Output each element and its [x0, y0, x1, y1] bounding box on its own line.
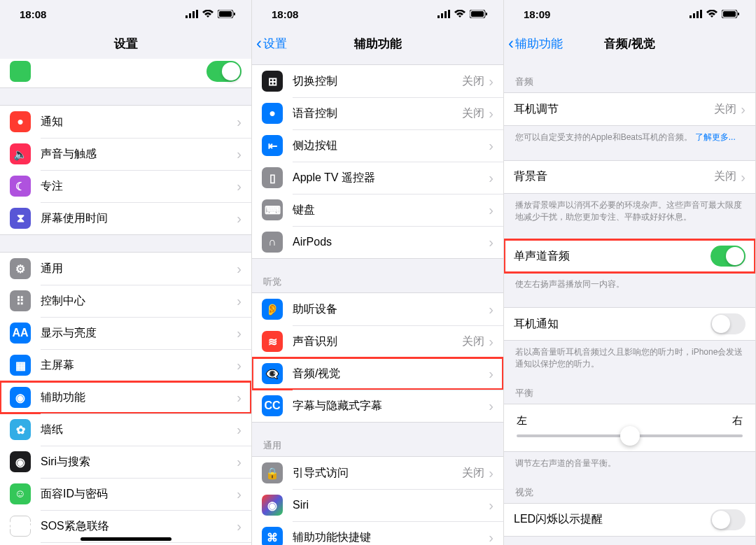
- toggle-mono-audio[interactable]: [710, 246, 746, 267]
- settings-row[interactable]: CC字幕与隐藏式字幕›: [252, 390, 503, 422]
- svg-rect-20: [738, 13, 739, 15]
- chevron-right-icon: ›: [741, 102, 746, 116]
- chevron-right-icon: ›: [237, 179, 241, 193]
- settings-row[interactable]: ✳暴露通知›: [0, 542, 251, 545]
- settings-row[interactable]: ☺面容ID与密码›: [0, 478, 251, 510]
- SOS-icon: SOS: [10, 516, 31, 537]
- settings-row[interactable]: ☾专注›: [0, 170, 251, 202]
- row-value: 关闭: [462, 74, 484, 89]
- settings-row[interactable]: 👁‍🗨音频/视觉›: [252, 358, 503, 390]
- row-headphone-accommodation[interactable]: 耳机调节 关闭 ›: [504, 93, 755, 125]
- slider-thumb[interactable]: [620, 426, 640, 446]
- settings-row[interactable]: ⠿控制中心›: [0, 285, 251, 317]
- row-label: Apple TV 遥控器: [293, 171, 489, 185]
- settings-row[interactable]: ⊞切换控制关闭›: [252, 65, 503, 97]
- toggle-led-flash[interactable]: [710, 509, 746, 530]
- settings-row[interactable]: ⇤侧边按钮›: [252, 129, 503, 162]
- AA-icon: AA: [10, 323, 31, 344]
- row-label: 主屏幕: [41, 358, 237, 373]
- wifi-icon: [706, 10, 718, 18]
- settings-row[interactable]: ▯Apple TV 遥控器›: [252, 162, 503, 194]
- nav-bar: ‹辅助功能 音频/视觉: [504, 28, 755, 59]
- row-partial[interactable]: [0, 59, 251, 87]
- battery-icon: [722, 10, 740, 18]
- settings-row[interactable]: ⧗屏幕使用时间›: [0, 202, 251, 234]
- balance-right-label: 右: [732, 414, 743, 427]
- airpods-icon: ∩: [262, 232, 283, 253]
- status-time: 18:08: [272, 8, 298, 20]
- settings-row[interactable]: ✿墙纸›: [0, 413, 251, 446]
- row-label: 侧边按钮: [293, 139, 489, 153]
- settings-row[interactable]: AA显示与亮度›: [0, 317, 251, 349]
- chevron-right-icon: ›: [489, 498, 493, 512]
- page-title: 设置: [114, 36, 138, 52]
- settings-row[interactable]: 👂助听设备›: [252, 293, 503, 325]
- back-button[interactable]: ‹设置: [256, 35, 287, 52]
- switches-icon: ⠿: [10, 290, 31, 311]
- svg-rect-2: [192, 11, 195, 18]
- svg-rect-14: [690, 15, 692, 18]
- chevron-right-icon: ›: [741, 170, 746, 184]
- settings-row[interactable]: ⚙通用›: [0, 253, 251, 285]
- cellular-icon: [690, 10, 702, 18]
- row-background-sounds[interactable]: 背景音 关闭 ›: [504, 161, 755, 193]
- lock-icon: 🔒: [262, 462, 283, 483]
- svg-rect-16: [696, 11, 699, 18]
- learn-more-link[interactable]: 了解更多...: [695, 132, 736, 142]
- svg-rect-7: [438, 15, 440, 18]
- chevron-right-icon: ›: [237, 358, 241, 372]
- status-bar: 18:09: [504, 0, 755, 28]
- chevron-right-icon: ›: [489, 203, 493, 217]
- settings-row[interactable]: ●通知›: [0, 106, 251, 138]
- settings-row[interactable]: ⌘辅助功能快捷键›: [252, 521, 503, 545]
- phone-audio-visual: 18:09 ‹辅助功能 音频/视觉 音频 耳机调节 关闭 › 您可以自定受支持的…: [504, 0, 756, 545]
- settings-row[interactable]: ◉Siri与搜索›: [0, 446, 251, 478]
- chevron-right-icon: ›: [237, 326, 241, 340]
- row-label: 助听设备: [293, 302, 489, 317]
- voice-icon: ●: [262, 103, 283, 124]
- chevron-right-icon: ›: [237, 147, 241, 161]
- row-led-flash[interactable]: LED闪烁以示提醒: [504, 504, 755, 536]
- page-title: 辅助功能: [354, 36, 402, 52]
- side-button-icon: ⇤: [262, 135, 283, 156]
- footer-headphone-notif: 若以高音量听耳机音频过久且影响您的听力时，iPhone会发送通知以保护您的听力。: [504, 341, 755, 370]
- back-button[interactable]: ‹辅助功能: [508, 35, 563, 52]
- row-label: 控制中心: [41, 294, 237, 309]
- wifi-icon: [202, 10, 214, 18]
- settings-row[interactable]: 🔒引导式访问关闭›: [252, 457, 503, 489]
- settings-row[interactable]: ◉辅助功能›: [0, 381, 251, 413]
- settings-row[interactable]: ◉Siri›: [252, 489, 503, 521]
- row-label: 墙纸: [41, 423, 237, 437]
- settings-row[interactable]: 🔈声音与触感›: [0, 138, 251, 170]
- bell-icon: ●: [10, 111, 31, 132]
- row-value: 关闭: [462, 106, 484, 121]
- toggle-partial[interactable]: [206, 61, 241, 82]
- row-label: 屏幕使用时间: [41, 211, 237, 226]
- chevron-right-icon: ›: [489, 334, 493, 348]
- row-headphone-notifications[interactable]: 耳机通知: [504, 308, 755, 340]
- row-label: 键盘: [293, 203, 489, 218]
- chevron-right-icon: ›: [237, 294, 241, 308]
- slider-track[interactable]: [517, 434, 743, 437]
- page-title: 音频/视觉: [604, 36, 655, 52]
- subtitles-icon: CC: [262, 395, 283, 416]
- toggle-headphone-notifications[interactable]: [710, 313, 746, 334]
- svg-rect-17: [700, 10, 702, 18]
- row-mono-audio[interactable]: 单声道音频: [504, 240, 755, 272]
- ear-icon: 👂: [262, 299, 283, 320]
- group-header-audio: 音频: [504, 76, 755, 92]
- phone-settings: 18:08 设置 ●通知›🔈声音与触感›☾专注›⧗屏幕使用时间› ⚙通用›⠿控制…: [0, 0, 252, 545]
- chevron-right-icon: ›: [489, 139, 493, 153]
- settings-row[interactable]: ⌨键盘›: [252, 194, 503, 226]
- row-label: 字幕与隐藏式字幕: [293, 399, 489, 413]
- balance-slider[interactable]: 左 右: [504, 404, 755, 452]
- settings-row[interactable]: ▦主屏幕›: [0, 349, 251, 381]
- list-clipped: [0, 59, 251, 88]
- settings-row[interactable]: ≋声音识别关闭›: [252, 325, 503, 358]
- chevron-right-icon: ›: [237, 211, 241, 225]
- chevron-right-icon: ›: [237, 455, 241, 469]
- row-label: Siri与搜索: [41, 455, 237, 469]
- settings-row[interactable]: ∩AirPods›: [252, 226, 503, 258]
- settings-row[interactable]: ●语音控制关闭›: [252, 97, 503, 129]
- switch-control-icon: ⊞: [262, 71, 283, 92]
